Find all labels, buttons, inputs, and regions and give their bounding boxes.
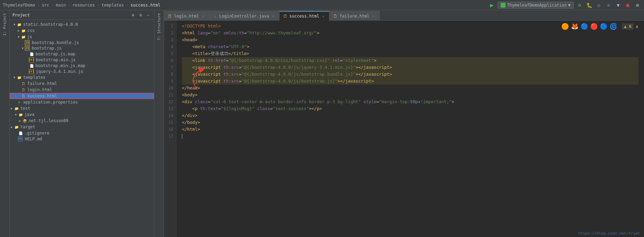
profile-icon[interactable]: ◎ <box>595 1 603 9</box>
leaf-minjsmap <box>25 64 29 68</box>
md-icon: MD <box>18 137 23 141</box>
breadcrumb-templates[interactable]: templates <box>101 3 124 8</box>
more-icon[interactable]: ▼ <box>614 1 622 9</box>
editor-area: 🗒 login.html ✕ ☕ LoginController.java ✕ … <box>164 10 644 237</box>
gitignore-icon: 📄 <box>18 130 23 136</box>
templates-label: templates <box>23 75 45 80</box>
tree-item-bootstrapjs[interactable]: JS bootstrap.js <box>10 45 154 51</box>
tab-close-login[interactable]: ✕ <box>201 14 205 19</box>
gitignore-label: .gitignore <box>24 131 49 136</box>
tree-item-target[interactable]: 📁 target <box>10 124 154 130</box>
tree-item-failure[interactable]: 🗒 failure.html <box>10 80 154 87</box>
breadcrumb-src[interactable]: src <box>42 3 49 8</box>
java-label: java <box>24 112 34 117</box>
breadcrumb-file[interactable]: success.html <box>131 3 161 8</box>
code-area[interactable]: <!DOCTYPE html> <html lang="en" xmlns:th… <box>176 21 644 237</box>
code-line-2: <html lang="en" xmlns:th="http://www.thy… <box>182 30 638 36</box>
code-line-7: <javascript th:src="@{/bootstrap-4.0.0/j… <box>182 64 638 71</box>
code-line-8: <javascript th:src="@{/bootstrap-4.0.0/j… <box>182 71 638 78</box>
tree-item-appprops[interactable]: ⚙ application.properties <box>10 99 154 105</box>
code-line-3: <head> <box>182 36 638 43</box>
folder-icon-netpkg: 📦 <box>22 118 28 123</box>
css-label: css <box>27 28 35 33</box>
tree-item-success[interactable]: 🗒 success.html <box>10 93 154 99</box>
tab-close-failure[interactable]: ✕ <box>371 14 376 19</box>
tree-item-netpkg[interactable]: 📦 net.tjl.lesson09 <box>10 118 154 124</box>
html-icon-success: 🗒 <box>21 93 26 99</box>
sidebar-tools: ⊕ ⚙ — <box>130 12 151 18</box>
folder-icon-target: 📁 <box>14 124 19 130</box>
structure-panel-btn[interactable]: 7: Structure <box>157 13 161 40</box>
breadcrumb-resources[interactable]: resources <box>72 3 95 8</box>
file-icon-minjsmap: 📄 <box>29 63 34 68</box>
edge-icon[interactable]: 🔵 <box>581 23 588 30</box>
sidebar-collapse-btn[interactable]: — <box>145 12 151 18</box>
build-icon[interactable]: ⚙ <box>576 1 583 9</box>
minjsmap-label: bootstrap.min.js.map <box>35 63 85 68</box>
tree-item-js[interactable]: 📁 js <box>10 34 154 40</box>
top-right-tools: ▶ ThymeleafDemoApplication ▼ ⚙ 🐛 ◎ ⊕ ▼ ■… <box>488 1 641 9</box>
tree-item-java[interactable]: 📁 java <box>10 111 154 118</box>
ie-icon[interactable]: 🔵 <box>600 23 607 30</box>
debug-icon[interactable]: 🐛 <box>585 1 593 9</box>
opera-icon[interactable]: 🔴 <box>590 23 598 30</box>
tab-icon-login: 🗒 <box>167 14 172 19</box>
tree-item-login[interactable]: 🗒 login.html <box>10 87 154 93</box>
project-panel-btn[interactable]: 1: Project <box>2 13 7 36</box>
tree-item-css[interactable]: 📁 css <box>10 28 154 34</box>
collapse-warnings-btn[interactable]: ∧ <box>636 24 638 29</box>
tab-icon-controller: ☕ <box>213 14 217 19</box>
tab-label-success: success.html <box>289 14 319 19</box>
chrome-icon[interactable]: 🟠 <box>561 23 569 30</box>
arrow-target <box>10 125 14 129</box>
html-icon-failure: 🗒 <box>21 81 26 86</box>
tab-failure[interactable]: 🗒 failure.html ✕ <box>329 11 380 21</box>
tab-logincontroller[interactable]: ☕ LoginController.java ✕ <box>209 11 279 21</box>
sidebar-settings-btn[interactable]: ⚙ <box>137 12 144 18</box>
file-icon-jsmap: 📄 <box>29 51 34 57</box>
code-editor[interactable]: 🟠 🦊 🔵 🔴 🔵 🌀 ▲ 6 ∧ <!DOCTYPE html> <box>176 21 644 237</box>
tree-item-helpmd[interactable]: MD HELP.md <box>10 136 154 142</box>
code-line-16: </html> <box>182 126 638 133</box>
safari-icon[interactable]: 🌀 <box>610 23 617 30</box>
tree-item-bundle[interactable]: JS bootstrap.bundle.js <box>10 40 154 45</box>
folder-icon-java: 📁 <box>18 112 23 117</box>
leaf-helpmd <box>14 137 18 141</box>
firefox-icon[interactable]: 🦊 <box>571 23 579 30</box>
tab-close-controller[interactable]: ✕ <box>271 14 276 19</box>
arrow-js <box>17 35 21 39</box>
breadcrumb-main[interactable]: main <box>56 3 66 8</box>
tree-item-jquery[interactable]: 101 jquery-3.4.1.min.js <box>10 69 154 74</box>
tree-item-minjs[interactable]: 101 bootstrap.min.js <box>10 57 154 63</box>
tree-item-minjsmap[interactable]: 📄 bootstrap.min.js.map <box>10 63 154 69</box>
tree-item-templates[interactable]: 📁 templates <box>10 74 154 80</box>
stop-icon[interactable]: ■ <box>624 1 632 9</box>
code-line-10: </head> <box>182 85 638 91</box>
run-icon[interactable]: ▶ <box>488 1 495 9</box>
window-icon[interactable]: ⊞ <box>634 1 641 9</box>
login-label: login.html <box>27 87 52 92</box>
tab-close-success[interactable]: ✕ <box>321 14 326 19</box>
breadcrumb-project[interactable]: ThymeleafDemo <box>3 3 35 8</box>
tree-item-jsmap[interactable]: 📄 bootstrap.js.map <box>10 51 154 57</box>
arrow-netpkg <box>18 119 22 123</box>
leaf-login <box>17 88 21 92</box>
tree-item-static[interactable]: 📁 static.bootstrap-4.0.0 <box>10 21 154 28</box>
props-icon: ⚙ <box>17 99 22 105</box>
helpmd-label: HELP.md <box>25 137 42 141</box>
run-config-dropdown[interactable]: ThymeleafDemoApplication ▼ <box>498 2 574 9</box>
run-config-chevron[interactable]: ▼ <box>568 3 571 8</box>
tab-success[interactable]: 🗒 success.html ✕ <box>279 11 330 21</box>
breadcrumb: ThymeleafDemo › src › main › resources ›… <box>3 3 160 8</box>
target-label: target <box>20 125 35 129</box>
sidebar-add-btn[interactable]: ⊕ <box>130 12 136 18</box>
test-label: test <box>20 106 30 111</box>
code-line-17 <box>182 133 638 140</box>
tab-login[interactable]: 🗒 login.html ✕ <box>164 11 209 21</box>
coverage-icon[interactable]: ⊕ <box>605 1 612 9</box>
arrow-java <box>14 112 18 117</box>
arrow-bootstrapjs <box>21 46 25 50</box>
tree-item-test[interactable]: 📁 test <box>10 105 154 111</box>
tree-item-gitignore[interactable]: 📄 .gitignore <box>10 130 154 136</box>
js-label: js <box>27 34 32 39</box>
